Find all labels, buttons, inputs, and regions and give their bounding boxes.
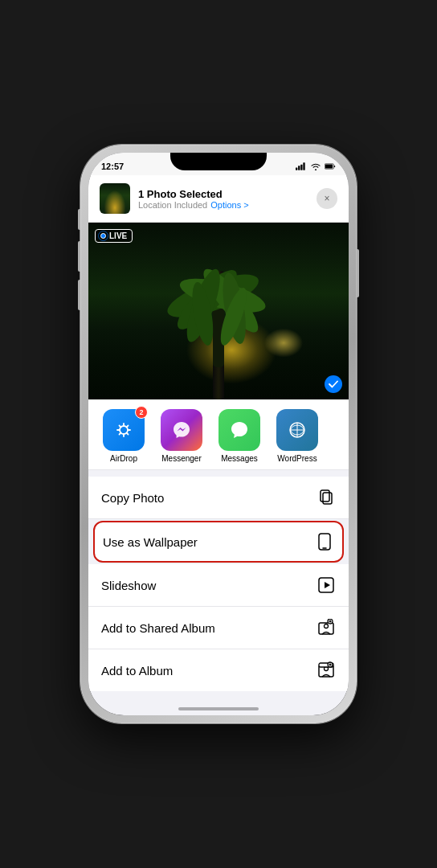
shared-album-icon [317, 618, 336, 637]
wordpress-symbol [286, 419, 308, 441]
svg-point-26 [325, 624, 329, 628]
messenger-symbol [170, 419, 193, 441]
app-item-wordpress[interactable]: WordPress [268, 409, 326, 463]
add-album-icon [317, 661, 336, 680]
svg-rect-3 [303, 162, 304, 170]
home-indicator [178, 707, 259, 710]
messenger-icon [161, 409, 202, 451]
photo-preview: LIVE [88, 223, 349, 399]
share-info: 1 Photo Selected Location Included Optio… [138, 188, 308, 210]
messenger-label: Messenger [161, 454, 201, 463]
status-time: 12:57 [101, 162, 124, 171]
add-to-shared-album-action[interactable]: Add to Shared Album [88, 607, 349, 649]
copy-photo-label: Copy Photo [101, 491, 164, 505]
phone-screen: 12:57 [88, 153, 349, 715]
app-item-messenger[interactable]: Messenger [153, 409, 210, 463]
apps-row: 2 AirDrop [88, 399, 349, 470]
status-icons [296, 162, 336, 170]
airdrop-label: AirDrop [110, 454, 137, 463]
palm-fronds [138, 239, 299, 367]
airdrop-badge: 2 [135, 406, 148, 419]
svg-rect-20 [321, 490, 329, 502]
screen-content: 12:57 [88, 153, 349, 715]
live-badge: LIVE [95, 229, 133, 243]
svg-rect-5 [325, 164, 333, 168]
messages-label: Messages [221, 454, 258, 463]
wifi-icon [310, 162, 321, 170]
copy-photo-icon [317, 488, 336, 507]
svg-rect-21 [319, 534, 330, 550]
actions-list: Copy Photo Use as Wallpaper [88, 477, 349, 691]
add-album-label: Add to Album [101, 664, 173, 678]
airdrop-symbol [112, 419, 135, 441]
selected-check-badge [325, 375, 342, 393]
live-dot-icon [100, 233, 106, 239]
svg-rect-1 [298, 166, 300, 170]
add-to-album-action[interactable]: Add to Album [88, 649, 349, 691]
wallpaper-phone-icon [315, 532, 334, 551]
copy-photo-action[interactable]: Copy Photo [88, 477, 349, 519]
slideshow-label: Slideshow [101, 579, 156, 592]
share-title: 1 Photo Selected [138, 188, 308, 200]
slideshow-action[interactable]: Slideshow [88, 564, 349, 607]
share-header: 1 Photo Selected Location Included Optio… [88, 175, 349, 223]
share-subtitle: Location Included Options > [138, 200, 308, 210]
share-options-link[interactable]: Options > [210, 200, 248, 210]
share-thumbnail [100, 183, 130, 214]
wordpress-icon [276, 409, 318, 451]
app-item-airdrop[interactable]: 2 AirDrop [95, 409, 153, 463]
close-icon: × [324, 193, 329, 204]
slideshow-icon [317, 575, 336, 595]
svg-marker-24 [325, 582, 330, 588]
share-close-button[interactable]: × [317, 188, 337, 209]
svg-rect-0 [296, 168, 297, 170]
check-icon [329, 380, 338, 388]
use-as-wallpaper-action[interactable]: Use as Wallpaper [93, 521, 344, 563]
airdrop-icon: 2 [103, 409, 145, 451]
notch [170, 153, 267, 170]
silent-button[interactable] [78, 209, 80, 230]
use-as-wallpaper-label: Use as Wallpaper [103, 535, 198, 549]
share-location-label: Location Included [138, 200, 207, 210]
app-item-messages[interactable]: Messages [210, 409, 268, 463]
add-shared-album-label: Add to Shared Album [101, 621, 215, 635]
live-label: LIVE [109, 231, 127, 240]
phone-frame: 12:57 [80, 145, 357, 723]
wordpress-label: WordPress [277, 454, 317, 463]
svg-rect-19 [323, 493, 332, 504]
battery-icon [325, 162, 336, 170]
messages-symbol [228, 419, 251, 441]
volume-down-button[interactable] [78, 280, 80, 310]
messages-icon [218, 409, 260, 451]
volume-up-button[interactable] [78, 241, 80, 272]
svg-rect-2 [300, 165, 302, 170]
photo-background [88, 223, 349, 399]
power-button[interactable] [357, 249, 359, 297]
signal-icon [296, 162, 307, 170]
